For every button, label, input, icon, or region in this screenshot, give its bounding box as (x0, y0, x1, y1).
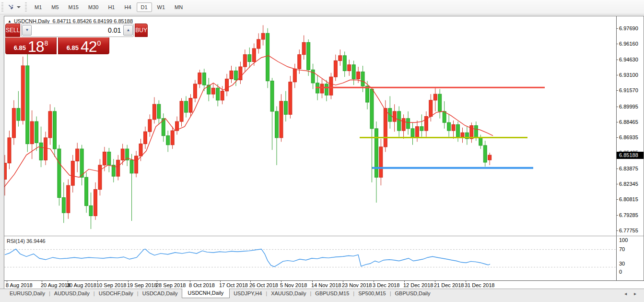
volume-control: ▼ ▲ (21, 24, 134, 37)
indicator-splitter[interactable] (4, 236, 644, 236)
toolbar-grip-2[interactable] (25, 2, 27, 12)
toolbar-grip[interactable] (1, 2, 3, 12)
toolbar-dropdown-caret-icon[interactable] (17, 6, 21, 8)
price-tick (616, 122, 618, 122)
sell-price-pips: 18 (28, 39, 44, 54)
current-price-box: 6.85188 (617, 152, 644, 159)
tab-usdchf-daily[interactable]: USDCHF,Daily (95, 289, 137, 297)
tab-eurusd-daily[interactable]: EURUSD,Daily (6, 289, 49, 297)
one-click-trading-panel: SELL ▼ ▲ BUY 6.85 18 8 6.85 42 0 (5, 24, 109, 54)
buy-price-pipette: 0 (97, 39, 101, 47)
date-axis-label: 28 Sep 2018 (156, 282, 186, 288)
price-axis-label: 6.97690 (619, 25, 638, 31)
price-axis-label: 6.89995 (619, 104, 638, 109)
buy-price-panel[interactable]: 6.85 42 0 (58, 37, 109, 54)
date-axis-label: 21 Dec 2018 (434, 282, 464, 288)
sell-button[interactable]: SELL (5, 24, 20, 37)
timeframe-button-m30[interactable]: M30 (84, 2, 103, 12)
rsi-indicator-label: RSI(14) 36.9446 (7, 238, 46, 244)
price-tick (616, 107, 618, 107)
timeframe-buttons: M1M5M15M30H1H4D1W1MN (30, 2, 187, 12)
timeframe-button-m5[interactable]: M5 (47, 2, 63, 12)
price-tick (616, 75, 618, 75)
price-tick (616, 44, 618, 44)
rsi-axis-label: 30 (619, 261, 625, 266)
price-axis-label: 6.93100 (619, 72, 638, 78)
tab-gbpusd-daily[interactable]: GBPUSD,Daily (391, 289, 434, 297)
tab-usdcad-daily[interactable]: USDCAD,Daily (139, 289, 182, 297)
candles-layer (4, 25, 492, 229)
timeframe-button-h1[interactable]: H1 (104, 2, 119, 12)
sell-price-pipette: 8 (45, 39, 48, 47)
price-tick (616, 169, 618, 169)
one-click-collapse-arrow[interactable]: ▲ (8, 19, 12, 24)
tab-gbpusd-m15[interactable]: GBPUSD,M15 (311, 289, 353, 297)
price-axis-label: 6.77755 (619, 228, 638, 233)
date-axis-label: 31 Dec 2018 (465, 282, 494, 288)
date-axis-label: 5 Nov 2018 (280, 282, 307, 288)
rsi-axis-label: 70 (619, 246, 625, 252)
timeframe-button-h4[interactable]: H4 (120, 2, 135, 12)
price-tick (616, 28, 618, 29)
date-axis-label: 8 Oct 2018 (189, 282, 215, 288)
price-tick (616, 184, 618, 184)
tab-usdcnh-daily[interactable]: USDCNH,Daily (182, 289, 230, 298)
price-axis-label: 6.83875 (619, 166, 638, 171)
price-tick (616, 137, 618, 138)
chart-tabs: EURUSD,Daily|AUDUSD,Daily|USDCHF,Daily|U… (0, 289, 644, 299)
timeframe-button-w1[interactable]: W1 (153, 2, 170, 12)
timeframe-button-m1[interactable]: M1 (30, 2, 46, 12)
volume-increase-button[interactable]: ▲ (123, 25, 133, 36)
price-axis-label: 6.94630 (619, 57, 638, 62)
price-axis-label: 6.88465 (619, 119, 638, 125)
price-tick (616, 199, 618, 200)
tab-sp500-m15[interactable]: SP500,M15 (354, 289, 389, 297)
buy-button[interactable]: BUY (135, 24, 148, 37)
rsi-line (5, 249, 490, 267)
buy-price-base: 6.85 (67, 44, 79, 51)
volume-decrease-button[interactable]: ▼ (22, 25, 32, 36)
price-scale-separator (616, 16, 617, 280)
price-axis-label: 6.79285 (619, 212, 638, 218)
price-axis-label: 6.86935 (619, 134, 638, 140)
price-axis-label: 6.91570 (619, 87, 638, 93)
price-tick (616, 215, 618, 216)
date-axis-label: 19 Sep 2018 (127, 282, 157, 288)
rsi-axis-label: 100 (619, 237, 628, 243)
date-axis-label: 14 Nov 2018 (311, 282, 341, 288)
timeframe-button-d1[interactable]: D1 (137, 2, 152, 12)
date-axis-label: 8 Aug 2018 (6, 282, 33, 288)
top-toolbar: M1M5M15M30H1H4D1W1MN (0, 0, 644, 14)
buy-price-pips: 42 (81, 39, 97, 54)
price-tick (616, 60, 618, 60)
tab-scroll-arrows-icon[interactable]: ◂ ▸ (624, 291, 639, 296)
volume-input[interactable] (32, 26, 123, 34)
price-axis-label: 6.82345 (619, 181, 638, 187)
rsi-axis-label: 0 (619, 269, 622, 275)
date-axis-label: 17 Oct 2018 (219, 282, 248, 288)
tab-audusd-daily[interactable]: AUDUSD,Daily (50, 289, 94, 297)
timeframe-button-mn[interactable]: MN (170, 2, 187, 12)
chart-tabbar: EURUSD,Daily|AUDUSD,Daily|USDCHF,Daily|U… (0, 289, 644, 302)
tile-arrows-icon[interactable] (6, 2, 16, 12)
date-axis-label: 26 Oct 2018 (249, 282, 278, 288)
date-axis-label: 12 Dec 2018 (403, 282, 433, 288)
price-axis-label: 6.80815 (619, 196, 638, 202)
date-scale[interactable]: 8 Aug 201820 Aug 201830 Aug 201810 Sep 2… (4, 280, 644, 289)
rsi-indicator-area[interactable] (4, 236, 616, 280)
price-tick (616, 230, 618, 231)
price-axis-label: 6.96160 (619, 41, 638, 47)
sell-price-panel[interactable]: 6.85 18 8 (5, 37, 57, 54)
date-axis-label: 10 Sep 2018 (96, 282, 126, 288)
tab-usdjpy-h4[interactable]: USDJPY,H4 (230, 289, 266, 297)
date-axis-label: 3 Dec 2018 (373, 282, 399, 288)
timeframe-button-m15[interactable]: M15 (64, 2, 83, 12)
date-axis-label: 23 Nov 2018 (342, 282, 372, 288)
sell-price-base: 6.85 (14, 44, 26, 51)
date-axis-label: 20 Aug 2018 (41, 282, 70, 288)
tab-xauusd-daily[interactable]: XAUUSD,Daily (267, 289, 310, 297)
date-axis-label: 30 Aug 2018 (67, 282, 96, 288)
price-tick (616, 90, 618, 91)
